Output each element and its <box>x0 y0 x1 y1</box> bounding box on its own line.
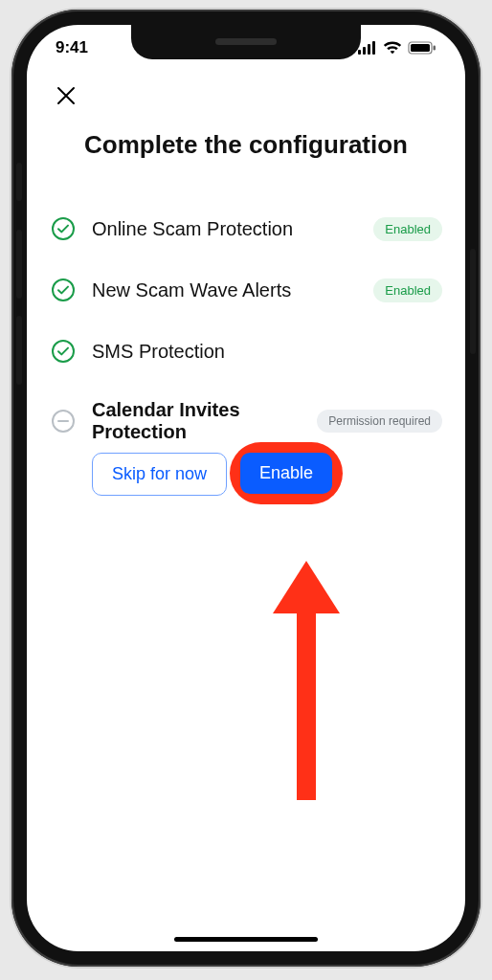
skip-button[interactable]: Skip for now <box>92 453 227 496</box>
config-item-sms: SMS Protection <box>50 321 442 382</box>
config-item-label: Calendar Invites Protection <box>92 399 302 443</box>
config-item-wave-alerts: New Scam Wave Alerts Enabled <box>50 259 442 321</box>
speaker <box>215 38 277 45</box>
svg-rect-5 <box>411 44 430 52</box>
config-item-label: Online Scam Protection <box>92 218 358 240</box>
svg-point-8 <box>53 279 74 301</box>
calendar-actions: Skip for now Enable <box>92 453 442 496</box>
config-item-online-scam: Online Scam Protection Enabled <box>50 198 442 259</box>
svg-rect-6 <box>434 46 436 51</box>
svg-rect-3 <box>372 41 375 55</box>
svg-point-9 <box>53 341 74 362</box>
minus-circle-icon <box>50 409 77 434</box>
battery-icon <box>408 41 436 55</box>
enable-button[interactable]: Enable <box>240 453 332 494</box>
home-indicator <box>174 937 318 942</box>
check-circle-icon <box>50 278 77 302</box>
screen: 9:41 <box>27 25 465 951</box>
phone-frame: 9:41 <box>11 10 481 967</box>
config-item-label: SMS Protection <box>92 341 442 363</box>
svg-rect-1 <box>363 47 366 55</box>
status-badge-permission: Permission required <box>317 410 442 433</box>
mute-switch <box>16 163 22 201</box>
signal-icon <box>358 41 377 55</box>
vol-down-button <box>16 316 22 385</box>
config-item-label: New Scam Wave Alerts <box>92 279 358 301</box>
close-button[interactable] <box>50 80 82 113</box>
svg-rect-2 <box>368 44 370 55</box>
svg-point-7 <box>53 218 74 239</box>
check-circle-icon <box>50 339 77 364</box>
wifi-icon <box>383 41 402 55</box>
svg-rect-0 <box>358 50 361 55</box>
config-item-calendar: Calendar Invites Protection Permission r… <box>50 382 442 449</box>
content: Complete the configuration Online Scam P… <box>27 71 465 951</box>
page-title: Complete the configuration <box>50 130 442 160</box>
power-button <box>470 249 476 354</box>
check-circle-icon <box>50 216 77 241</box>
vol-up-button <box>16 230 22 299</box>
status-badge-enabled: Enabled <box>373 217 442 241</box>
status-right <box>358 41 436 55</box>
status-time: 9:41 <box>56 38 88 57</box>
close-icon <box>56 85 77 109</box>
status-badge-enabled: Enabled <box>373 278 442 302</box>
